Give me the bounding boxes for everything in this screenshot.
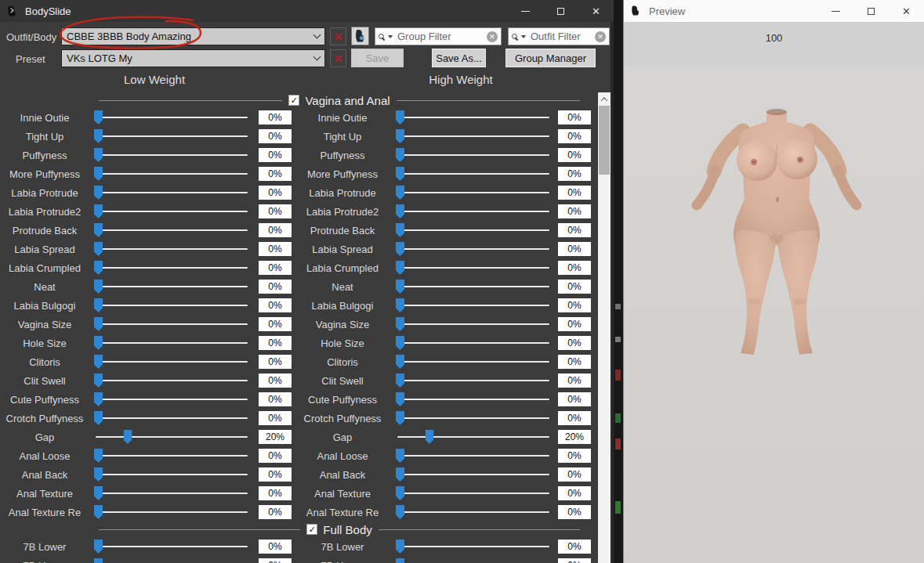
slider-track-low[interactable] [94,556,249,563]
slider-track-high[interactable] [396,108,551,127]
slider-track-high[interactable] [396,334,551,352]
save-as-button[interactable]: Save As... [432,49,486,67]
slider-thumb[interactable] [396,486,404,500]
slider-track-low[interactable] [94,428,249,446]
slider-value-low[interactable]: 0% [259,129,292,143]
slider-thumb[interactable] [94,467,103,482]
slider-value-low[interactable]: 0% [259,298,292,312]
slider-track-high[interactable] [396,202,551,221]
slider-track-high[interactable] [396,484,551,503]
slider-thumb[interactable] [94,129,103,143]
slider-value-low[interactable]: 0% [259,411,292,425]
slider-track-high[interactable] [396,371,551,390]
slider-thumb[interactable] [94,186,103,200]
slider-thumb[interactable] [94,486,103,500]
slider-thumb[interactable] [94,505,103,519]
slider-thumb[interactable] [94,204,103,218]
slider-thumb[interactable] [94,392,103,406]
slider-value-low[interactable]: 0% [259,336,292,350]
slider-value-high[interactable]: 0% [558,129,591,143]
slider-thumb[interactable] [94,261,103,275]
slider-thumb[interactable] [94,110,103,125]
slider-value-low[interactable]: 0% [259,186,292,200]
slider-track-high[interactable] [396,428,551,446]
minimize-button[interactable] [818,0,853,22]
preset-combobox[interactable]: VKs LOTG My [61,49,325,67]
slider-value-high[interactable]: 0% [558,505,591,519]
slider-value-high[interactable]: 0% [558,261,591,275]
slider-value-low[interactable]: 0% [259,280,292,294]
slider-thumb[interactable] [94,148,103,162]
slider-value-high[interactable]: 0% [558,449,591,463]
preview-toggle-button[interactable] [351,27,369,45]
slider-value-low[interactable]: 0% [259,148,292,162]
slider-track-high[interactable] [396,127,551,146]
slider-track-low[interactable] [94,315,249,334]
slider-value-low[interactable]: 0% [259,223,292,237]
slider-value-low[interactable]: 0% [259,374,292,388]
slider-value-high[interactable]: 0% [558,298,591,312]
close-button[interactable]: ✕ [889,0,924,22]
slider-track-high[interactable] [396,556,551,563]
slider-thumb[interactable] [396,392,404,406]
slider-thumb[interactable] [94,336,103,350]
slider-thumb[interactable] [396,505,404,519]
slider-value-high[interactable]: 0% [558,280,591,294]
slider-value-low[interactable]: 0% [259,110,292,125]
slider-track-high[interactable] [396,146,551,164]
slider-value-low[interactable]: 0% [259,540,292,554]
slider-value-low[interactable]: 0% [259,242,292,256]
slider-thumb[interactable] [94,374,103,388]
slider-value-high[interactable]: 0% [558,392,591,406]
slider-thumb[interactable] [396,374,404,388]
clear-icon[interactable]: ✕ [595,31,606,42]
slider-track-high[interactable] [396,465,551,484]
slider-value-high[interactable]: 0% [558,467,591,482]
slider-track-low[interactable] [94,221,249,240]
slider-thumb[interactable] [94,317,103,331]
slider-thumb[interactable] [396,129,404,143]
slider-thumb[interactable] [396,355,404,369]
slider-thumb[interactable] [396,261,404,275]
slider-thumb[interactable] [396,242,404,256]
slider-value-high[interactable]: 0% [558,186,591,200]
slider-thumb[interactable] [396,223,404,237]
slider-track-high[interactable] [396,315,551,334]
section-checkbox[interactable]: ✓ [288,95,299,106]
slider-thumb[interactable] [94,242,103,256]
slider-track-high[interactable] [396,503,551,521]
slider-thumb[interactable] [396,336,404,350]
slider-track-low[interactable] [94,390,249,409]
slider-track-low[interactable] [94,296,249,315]
slider-track-low[interactable] [94,127,249,146]
slider-thumb[interactable] [94,540,103,554]
slider-track-low[interactable] [94,484,249,503]
slider-track-low[interactable] [94,146,249,164]
slider-thumb[interactable] [396,148,404,162]
slider-track-low[interactable] [94,465,249,484]
slider-thumb[interactable] [94,167,103,181]
slider-thumb[interactable] [94,411,103,425]
slider-thumb[interactable] [396,110,404,125]
slider-track-low[interactable] [94,503,249,521]
outfit-combobox[interactable]: CBBE 3BBB Body Amazing [61,27,325,45]
slider-track-low[interactable] [94,202,249,221]
slider-track-high[interactable] [396,352,551,371]
group-manager-button[interactable]: Group Manager [505,49,596,67]
slider-value-high[interactable]: 0% [558,167,591,181]
slider-thumb[interactable] [396,558,404,563]
slider-value-low[interactable]: 0% [259,392,292,406]
maximize-button[interactable] [543,0,578,22]
slider-value-high[interactable]: 20% [558,430,591,444]
slider-value-low[interactable]: 0% [259,317,292,331]
slider-track-high[interactable] [396,240,551,258]
slider-value-high[interactable]: 0% [558,204,591,218]
slider-track-low[interactable] [94,409,249,428]
slider-value-low[interactable]: 0% [259,486,292,500]
slider-value-high[interactable]: 0% [558,223,591,237]
section-checkbox[interactable]: ✓ [306,524,317,535]
outfit-filter-input[interactable] [529,30,595,43]
slider-value-high[interactable]: 0% [558,540,591,554]
slider-value-low[interactable]: 0% [259,167,292,181]
slider-track-high[interactable] [396,164,551,183]
